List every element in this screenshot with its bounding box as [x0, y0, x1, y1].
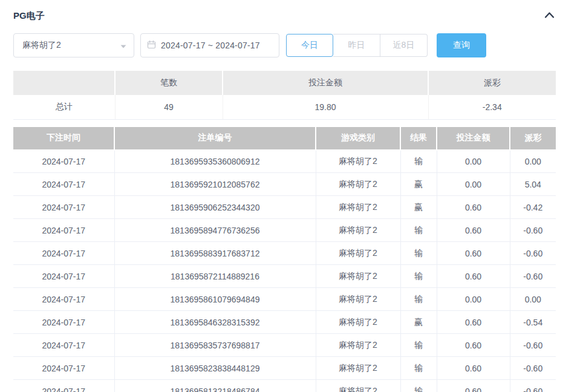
bet-time-cell: 2024-07-17 — [13, 150, 114, 173]
summary-table: 笔数 投注金额 派彩 总计 49 19.80 -2.34 — [13, 71, 556, 120]
summary-total-label: 总计 — [13, 95, 115, 119]
result-cell: 输 — [400, 219, 437, 242]
summary-total-row: 总计 49 19.80 -2.34 — [13, 95, 556, 119]
result-cell: 赢 — [400, 173, 437, 196]
summary-header-blank — [13, 71, 115, 95]
game-category-cell: 麻将胡了2 — [316, 150, 400, 173]
caret-down-icon — [120, 40, 126, 51]
result-cell: 输 — [400, 357, 437, 380]
header-bet-id: 注单编号 — [114, 127, 316, 150]
game-category-cell: 麻将胡了2 — [316, 196, 400, 219]
search-button[interactable]: 查询 — [437, 33, 486, 57]
pg-game-records-panel: PG电子 麻将胡了2 2024-07-17 ~ 2024-0 — [0, 0, 569, 392]
table-row: 2024-07-17 1813695872114889216 麻将胡了2 输 0… — [13, 265, 556, 288]
header-bet-amount: 投注金额 — [437, 127, 510, 150]
bet-amount-cell: 0.60 — [437, 380, 510, 392]
calendar-icon — [147, 40, 156, 51]
table-row: 2024-07-17 1813695846328315392 麻将胡了2 赢 0… — [13, 311, 556, 334]
result-cell: 输 — [400, 242, 437, 265]
result-cell: 输 — [400, 380, 437, 392]
result-cell: 赢 — [400, 311, 437, 334]
table-row: 2024-07-17 1813695835737698817 麻将胡了2 输 0… — [13, 334, 556, 357]
bet-time-cell: 2024-07-17 — [13, 357, 114, 380]
table-row: 2024-07-17 1813695935360806912 麻将胡了2 输 0… — [13, 150, 556, 173]
last-8-days-button[interactable]: 近8日 — [380, 34, 428, 57]
payout-cell: -0.60 — [510, 219, 556, 242]
bet-table-header-row: 下注时间 注单编号 游戏类别 结果 投注金额 派彩 — [13, 127, 556, 150]
bet-id-cell: 1813695906252344320 — [114, 196, 316, 219]
bet-amount-cell: 0.00 — [437, 150, 510, 173]
payout-cell: -0.60 — [510, 265, 556, 288]
bet-amount-cell: 0.60 — [437, 334, 510, 357]
payout-cell: -0.60 — [510, 242, 556, 265]
header-game-category: 游戏类别 — [316, 127, 400, 150]
bet-time-cell: 2024-07-17 — [13, 311, 114, 334]
payout-cell: -0.54 — [510, 311, 556, 334]
bet-id-cell: 1813695894776736256 — [114, 219, 316, 242]
game-category-cell: 麻将胡了2 — [316, 380, 400, 392]
bet-time-cell: 2024-07-17 — [13, 265, 114, 288]
panel-header: PG电子 — [13, 8, 556, 23]
payout-cell: 0.00 — [510, 288, 556, 311]
collapse-panel-button[interactable] — [542, 9, 556, 22]
summary-payout-value: -2.34 — [428, 95, 556, 119]
payout-cell: -0.60 — [510, 334, 556, 357]
result-cell: 输 — [400, 288, 437, 311]
bet-id-cell: 1813695835737698817 — [114, 334, 316, 357]
game-category-cell: 麻将胡了2 — [316, 173, 400, 196]
bet-time-cell: 2024-07-17 — [13, 334, 114, 357]
bet-id-cell: 1813695861079694849 — [114, 288, 316, 311]
today-button[interactable]: 今日 — [286, 34, 333, 57]
bet-time-cell: 2024-07-17 — [13, 380, 114, 392]
bet-amount-cell: 0.60 — [437, 357, 510, 380]
table-row: 2024-07-17 1813695861079694849 麻将胡了2 输 0… — [13, 288, 556, 311]
bet-time-cell: 2024-07-17 — [13, 173, 114, 196]
bet-amount-cell: 0.60 — [437, 311, 510, 334]
date-range-input[interactable]: 2024-07-17 ~ 2024-07-17 — [140, 33, 279, 57]
table-row: 2024-07-17 1813695883917683712 麻将胡了2 输 0… — [13, 242, 556, 265]
game-category-cell: 麻将胡了2 — [316, 357, 400, 380]
bet-id-cell: 1813695921012085762 — [114, 173, 316, 196]
payout-cell: -0.60 — [510, 357, 556, 380]
table-row: 2024-07-17 1813695813218486784 麻将胡了2 输 0… — [13, 380, 556, 392]
game-category-cell: 麻将胡了2 — [316, 265, 400, 288]
table-row: 2024-07-17 1813695906252344320 麻将胡了2 赢 0… — [13, 196, 556, 219]
bet-id-cell: 1813695872114889216 — [114, 265, 316, 288]
game-category-cell: 麻将胡了2 — [316, 288, 400, 311]
summary-header-row: 笔数 投注金额 派彩 — [13, 71, 556, 95]
header-payout: 派彩 — [510, 127, 556, 150]
game-select-value: 麻将胡了2 — [22, 40, 61, 51]
bet-table-body: 2024-07-17 1813695935360806912 麻将胡了2 输 0… — [13, 150, 556, 392]
game-select[interactable]: 麻将胡了2 — [13, 33, 134, 57]
bet-time-cell: 2024-07-17 — [13, 196, 114, 219]
bet-id-cell: 1813695813218486784 — [114, 380, 316, 392]
bet-id-cell: 1813695846328315392 — [114, 311, 316, 334]
game-category-cell: 麻将胡了2 — [316, 334, 400, 357]
result-cell: 输 — [400, 150, 437, 173]
table-row: 2024-07-17 1813695894776736256 麻将胡了2 输 0… — [13, 219, 556, 242]
game-category-cell: 麻将胡了2 — [316, 311, 400, 334]
payout-cell: -0.42 — [510, 196, 556, 219]
bet-amount-cell: 0.60 — [437, 242, 510, 265]
quick-date-button-group: 今日 昨日 近8日 — [286, 34, 428, 57]
result-cell: 输 — [400, 265, 437, 288]
date-range-value: 2024-07-17 ~ 2024-07-17 — [161, 41, 260, 50]
bet-amount-cell: 0.60 — [437, 219, 510, 242]
filter-bar: 麻将胡了2 2024-07-17 ~ 2024-07-17 今日 昨日 近8日 … — [13, 33, 556, 57]
game-category-cell: 麻将胡了2 — [316, 219, 400, 242]
bet-time-cell: 2024-07-17 — [13, 219, 114, 242]
bet-id-cell: 1813695883917683712 — [114, 242, 316, 265]
yesterday-button[interactable]: 昨日 — [333, 34, 380, 57]
bet-records-table: 下注时间 注单编号 游戏类别 结果 投注金额 派彩 2024-07-17 181… — [13, 127, 556, 392]
bet-amount-cell: 0.00 — [437, 173, 510, 196]
result-cell: 赢 — [400, 196, 437, 219]
summary-header-count: 笔数 — [115, 71, 223, 95]
header-bet-time: 下注时间 — [13, 127, 114, 150]
bet-amount-cell: 0.60 — [437, 265, 510, 288]
table-row: 2024-07-17 1813695823838448129 麻将胡了2 输 0… — [13, 357, 556, 380]
summary-bet-amount-value: 19.80 — [223, 95, 428, 119]
bet-time-cell: 2024-07-17 — [13, 242, 114, 265]
page-title: PG电子 — [13, 10, 45, 22]
bet-amount-cell: 0.00 — [437, 288, 510, 311]
header-result: 结果 — [400, 127, 437, 150]
